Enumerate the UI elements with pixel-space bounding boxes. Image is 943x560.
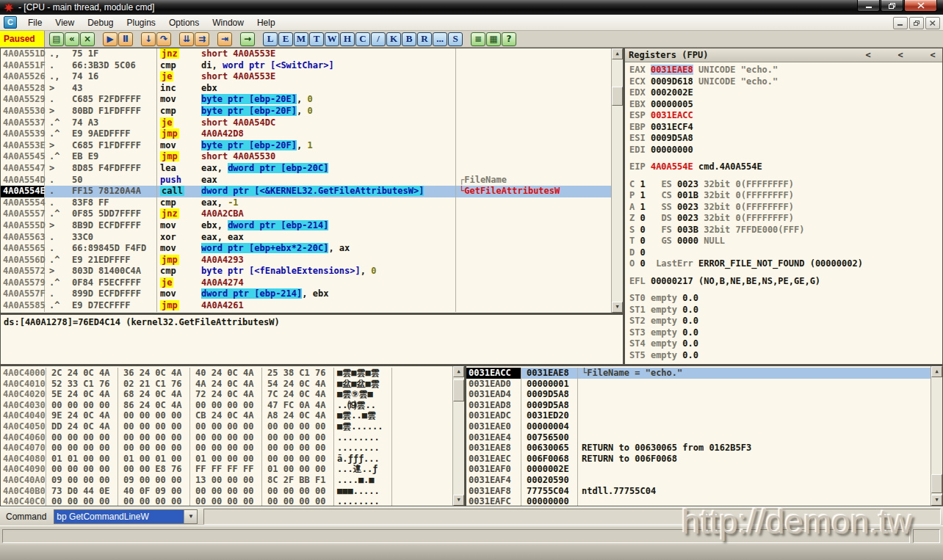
source-button[interactable]: S [448,32,463,46]
stack-row[interactable]: 0031EAEC006F0068RETURN to 006F0068 [466,454,931,465]
mdi-minimize-button[interactable] [893,17,908,29]
restore-button[interactable] [881,0,903,12]
stack-row[interactable]: 0031EAF00000002E [466,464,931,475]
disasm-row[interactable]: 4A0A556D.^E9 21EDFFFFjmp4A0A4293 [1,255,611,266]
dump-row[interactable]: 4A0C407000 00 00 0000 00 00 0000 00 00 0… [1,443,452,454]
register-line[interactable]: ESI 0009D5A8 [629,133,942,145]
run-trace-button[interactable]: ... [433,32,447,46]
disasm-row[interactable]: 4A0A5585.^E9 D7ECFFFFjmp4A0A4261 [1,300,611,312]
disasm-row[interactable]: 4A0A557F.899D ECFDFFFFmovdword ptr [ebp-… [1,288,611,300]
stack-scrollbar[interactable]: ▲ ▼ [931,366,942,506]
stack-row[interactable]: 0031EAD80009D5A8 [466,400,931,411]
disasm-row[interactable]: 4A0A551F.66:3B3D 5C06cmpdi, word ptr [<S… [1,60,611,72]
disasm-row[interactable]: 4A0A5529.C685 F2FDFFFFmovbyte ptr [ebp-2… [1,94,611,106]
menu-debug[interactable]: Debug [81,15,120,30]
register-line[interactable] [629,173,942,179]
animate-into-button[interactable]: ⇊ [179,32,194,46]
disasm-row[interactable]: 4A0A5528>43incebx [1,83,611,95]
dump-row[interactable]: 4A0C403000 00 00 0086 24 0C 4A00 00 00 0… [1,400,452,411]
stack-row[interactable]: 0031EAF400020590 [466,475,931,486]
animate-over-button[interactable]: ⇉ [195,32,209,46]
register-line[interactable]: ST1 empty 0.0 [629,305,942,316]
register-line[interactable]: EIP 4A0A554E cmd.4A0A554E [629,161,942,173]
command-input[interactable]: bp GetCommandLineW ▼ [54,509,198,524]
handles-button[interactable]: H [340,32,355,46]
register-line[interactable]: O 0 LastErr ERROR_FILE_NOT_FOUND (000000… [629,258,942,270]
collapse-button[interactable]: < [928,50,938,60]
dump-scrollbar[interactable]: ▲ ▼ [452,366,464,506]
call-stack-button[interactable]: K [386,32,401,46]
disasm-row[interactable]: 4A0A555D>8B9D ECFDFFFFmovebx, dword ptr … [1,220,611,232]
scroll-down-arrow[interactable]: ▼ [453,495,464,506]
stack-row[interactable]: 0031EAFC00000000 [466,496,931,506]
disasm-row[interactable]: 4A0A554E.FF15 78120A4Acalldword ptr [<&K… [1,186,611,197]
register-line[interactable]: ST4 empty 0.0 [629,338,942,350]
register-line[interactable]: Z 0 DS 0023 32bit 0(FFFFFFFF) [629,213,942,225]
step-into-button[interactable]: ↓ [141,32,156,46]
register-line[interactable]: EAX 0031EAE8 UNICODE "echo." [629,65,942,76]
register-line[interactable]: EFL 00000217 (NO,B,NE,BE,NS,PE,GE,G) [629,276,942,288]
stack-row[interactable]: 0031EAD000000001 [466,379,931,390]
stack-row[interactable]: 0031EAE400756500 [466,432,931,443]
register-line[interactable]: D 0 [629,247,942,259]
disasm-row[interactable]: 4A0A5526.,74 16jeshort 4A0A553E [1,71,611,83]
register-line[interactable]: S 0 FS 003B 32bit 7FFDE000(FFF) [629,225,942,236]
register-line[interactable]: EDI 00000000 [629,145,942,156]
patches-button[interactable]: / [371,32,386,46]
register-line[interactable]: ST3 empty 0.0 [629,327,942,339]
minimize-button[interactable] [857,0,880,12]
log-window-button[interactable]: L [263,32,278,46]
scroll-thumb[interactable] [931,474,942,493]
dump-row[interactable]: 4A0C406000 00 00 0000 00 00 0000 00 00 0… [1,432,452,443]
collapse-button[interactable]: < [895,50,906,60]
scroll-down-arrow[interactable]: ▼ [931,495,942,506]
register-line[interactable]: T 0 GS 0000 NULL [629,236,942,247]
stack-row[interactable]: 0031EADC0031ED20 [466,410,931,421]
dump-row[interactable]: 4A0C40409E 24 0C 4A00 00 00 00CB 24 0C 4… [1,410,452,421]
disasm-row[interactable]: 4A0A5554.83F8 FFcmpeax, -1 [1,197,611,209]
mdi-restore-button[interactable] [909,17,924,29]
register-line[interactable]: ST5 empty 0.0 [629,350,942,362]
close-program-button[interactable]: × [80,32,95,46]
options-button[interactable]: ≡ [471,32,485,46]
scroll-down-arrow[interactable]: ▼ [612,302,623,313]
stack-row[interactable]: 0031EAD40009D5A8 [466,389,931,400]
breakpoints-button[interactable]: B [402,32,416,46]
disasm-row[interactable]: 4A0A5539.^E9 9AEDFFFFjmp4A0A42D8 [1,128,611,140]
register-line[interactable]: EBX 00000005 [629,99,942,111]
menu-plugins[interactable]: Plugins [120,15,162,30]
disasm-row[interactable]: 4A0A553E>C685 F1FDFFFFmovbyte ptr [ebp-2… [1,140,611,152]
dump-row[interactable]: 4A0C40B073 D0 44 0E40 0F 09 0000 00 00 0… [1,486,452,497]
disasm-row[interactable]: 4A0A551D.,75 1Fjnzshort 4A0A553E [1,48,611,60]
stack-row[interactable]: 0031EACC0031EAE8└FileName = "echo." [466,368,931,379]
register-line[interactable] [629,270,942,276]
run-button[interactable]: ▶ [103,32,118,46]
windows-button[interactable]: W [325,32,339,46]
pause-button[interactable]: Ⅱ [118,32,133,46]
menu-help[interactable]: Help [250,15,282,30]
register-line[interactable]: A 1 SS 0023 32bit 0(FFFFFFFF) [629,202,942,214]
execute-till-return-button[interactable]: ⇥ [217,32,232,46]
scroll-up-arrow[interactable]: ▲ [453,366,464,377]
dump-row[interactable]: 4A0C401052 33 C1 7602 21 C1 764A 24 0C 4… [1,379,452,390]
register-line[interactable] [629,156,942,161]
memory-map-button[interactable]: M [294,32,308,46]
help-button[interactable]: ? [502,32,516,46]
mdi-close-button[interactable] [925,17,940,29]
appearance-button[interactable]: ▦ [486,32,501,46]
menu-options[interactable]: Options [162,15,206,30]
go-to-button[interactable]: → [240,32,255,46]
register-line[interactable]: C 1 ES 0023 32bit 0(FFFFFFFF) [629,179,942,191]
chevron-down-icon[interactable]: ▼ [184,510,197,523]
disasm-scrollbar[interactable]: ▲ ▼ [611,48,623,313]
disasm-row[interactable]: 4A0A5530>80BD F1FDFFFFcmpbyte ptr [ebp-2… [1,106,611,117]
disasm-row[interactable]: 4A0A5537.^74 A3jeshort 4A0A54DC [1,117,611,129]
threads-button[interactable]: T [309,32,324,46]
dump-row[interactable]: 4A0C40205E 24 0C 4A68 24 0C 4A72 24 0C 4… [1,389,452,400]
step-over-button[interactable]: ↷ [156,32,171,46]
menu-file[interactable]: File [21,15,48,30]
disasm-row[interactable]: 4A0A5579.^0F84 F5ECFFFFje4A0A4274 [1,277,611,289]
register-line[interactable]: P 1 CS 001B 32bit 0(FFFFFFFF) [629,190,942,202]
disasm-row[interactable]: 4A0A554D.50pusheax┌FileName [1,175,611,186]
menu-window[interactable]: Window [206,15,250,30]
